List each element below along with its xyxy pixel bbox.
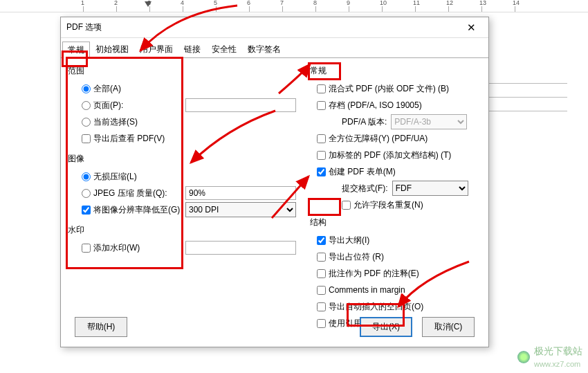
reduce-resolution-option[interactable]: 将图像分辨率降低至(G) [82, 204, 180, 216]
help-button[interactable]: 帮助(H) [75, 317, 127, 337]
ruler-tick-5: 5 [214, 0, 217, 6]
ruler-tick-14: 14 [513, 0, 520, 6]
lossless-label: 无损压缩(L) [93, 171, 137, 183]
ruler-tick-11: 11 [413, 0, 420, 6]
range-pages-option[interactable]: 页面(P): [82, 100, 123, 111]
create-forms-label: 创建 PDF 表单(M) [329, 166, 396, 178]
site-watermark: 极光下载站 www.xz7.com [517, 345, 582, 369]
annotations-as-comments-option[interactable]: 批注作为 PDF 的注释(E) [317, 268, 419, 280]
lossless-option[interactable]: 无损压缩(L) [82, 171, 137, 183]
range-pages-radio[interactable] [82, 101, 91, 110]
general-group-title: 常规 [310, 65, 481, 77]
export-placeholders-checkbox[interactable] [317, 253, 326, 262]
tabs: 常规 初始视图 用户界面 链接 安全性 数字签名 [61, 41, 488, 58]
export-placeholders-option[interactable]: 导出占位符 (R) [317, 251, 384, 263]
ruler-tick-12: 12 [446, 0, 453, 6]
tab-general[interactable]: 常规 [62, 42, 90, 58]
jpeg-option[interactable]: JPEG 压缩 质量(Q): [82, 188, 167, 199]
pdfa-version-label: PDF/A 版本: [342, 116, 387, 128]
ruler-tick-10: 10 [380, 0, 387, 6]
annotations-as-comments-label: 批注作为 PDF 的注释(E) [329, 268, 419, 280]
watermark-url: www.xz7.com [534, 360, 580, 368]
archive-pdfa-option[interactable]: 存档 (PDF/A, ISO 19005) [317, 100, 422, 111]
duplicate-field-names-option[interactable]: 允许字段名重复(N) [342, 199, 423, 211]
range-group-title: 范围 [68, 65, 296, 77]
pdf-options-dialog: PDF 选项 ✕ 常规 初始视图 用户界面 链接 安全性 数字签名 范围 全部(… [60, 17, 489, 347]
tab-user-interface[interactable]: 用户界面 [134, 41, 178, 57]
range-selection-option[interactable]: 当前选择(S) [82, 116, 138, 128]
document-lines [477, 83, 567, 125]
pdfua-checkbox[interactable] [317, 134, 326, 143]
range-all-radio[interactable] [82, 84, 91, 93]
tab-links[interactable]: 链接 [178, 41, 206, 57]
right-column: 常规 混合式 PDF (内嵌 ODF 文件) (B) 存档 (PDF/A, IS… [296, 62, 481, 332]
tab-security[interactable]: 安全性 [206, 41, 242, 57]
view-after-export-checkbox[interactable] [82, 134, 91, 143]
hybrid-pdf-checkbox[interactable] [317, 84, 326, 93]
watermark-group-title: 水印 [68, 224, 296, 236]
ruler-tick-9: 9 [347, 0, 350, 6]
ruler-tick-2: 2 [114, 0, 118, 6]
tab-digital-signatures[interactable]: 数字签名 [242, 41, 286, 57]
export-outline-option[interactable]: 导出大纲(I) [317, 235, 369, 246]
jpeg-label: JPEG 压缩 质量(Q): [93, 188, 167, 199]
reduce-resolution-label: 将图像分辨率降低至(G) [93, 204, 180, 216]
jpeg-radio[interactable] [82, 189, 91, 198]
export-blank-pages-label: 导出自动插入的空白页(O) [329, 301, 423, 313]
left-column: 范围 全部(A) 页面(P): 当前选择(S) [68, 62, 296, 332]
view-after-export-label: 导出后查看 PDF(V) [93, 133, 165, 145]
hybrid-pdf-label: 混合式 PDF (内嵌 ODF 文件) (B) [329, 83, 449, 95]
pdfua-label: 全方位无障碍(Y) (PDF/UA) [329, 133, 428, 145]
image-group-title: 图像 [68, 153, 296, 165]
close-button[interactable]: ✕ [459, 21, 483, 34]
watermark-text-input[interactable] [185, 241, 296, 255]
comments-in-margin-label: Comments in margin [329, 285, 405, 295]
structure-group-title: 结构 [310, 217, 481, 228]
add-watermark-option[interactable]: 添加水印(W) [82, 242, 140, 254]
export-button[interactable]: 导出(X) [360, 317, 412, 337]
pdfua-option[interactable]: 全方位无障碍(Y) (PDF/UA) [317, 133, 428, 145]
range-pages-input[interactable] [185, 98, 296, 112]
range-all-label: 全部(A) [93, 83, 121, 95]
cancel-button[interactable]: 取消(C) [422, 317, 475, 337]
ruler: 1 2 3 4 5 6 7 8 9 10 11 12 13 14 [0, 0, 588, 12]
archive-pdfa-checkbox[interactable] [317, 101, 326, 110]
add-watermark-label: 添加水印(W) [93, 242, 140, 254]
pdfa-version-select[interactable]: PDF/A-3b [391, 114, 467, 129]
create-forms-checkbox[interactable] [317, 167, 326, 176]
ruler-tick-7: 7 [280, 0, 284, 6]
submit-format-select[interactable]: FDF [392, 181, 468, 196]
archive-pdfa-label: 存档 (PDF/A, ISO 19005) [329, 100, 422, 111]
create-forms-option[interactable]: 创建 PDF 表单(M) [317, 166, 396, 178]
duplicate-field-names-checkbox[interactable] [342, 201, 351, 210]
tab-initial-view[interactable]: 初始视图 [90, 41, 134, 57]
export-outline-checkbox[interactable] [317, 236, 326, 245]
comments-in-margin-option[interactable]: Comments in margin [317, 285, 405, 295]
export-blank-pages-checkbox[interactable] [317, 302, 326, 311]
jpeg-quality-input[interactable] [185, 186, 296, 200]
ruler-tick-4: 4 [181, 0, 184, 6]
duplicate-field-names-label: 允许字段名重复(N) [353, 199, 423, 211]
tagged-pdf-checkbox[interactable] [317, 151, 326, 160]
range-selection-radio[interactable] [82, 118, 91, 127]
range-all-option[interactable]: 全部(A) [82, 83, 121, 95]
view-after-export-option[interactable]: 导出后查看 PDF(V) [82, 133, 165, 145]
reduce-resolution-checkbox[interactable] [82, 206, 91, 215]
ruler-tick-6: 6 [247, 0, 250, 6]
ruler-tick-8: 8 [313, 0, 317, 6]
comments-in-margin-checkbox[interactable] [317, 286, 326, 295]
submit-format-label: 提交格式(F): [342, 183, 388, 194]
ruler-tick-13: 13 [479, 0, 486, 6]
range-pages-label: 页面(P): [93, 100, 123, 111]
export-blank-pages-option[interactable]: 导出自动插入的空白页(O) [317, 301, 423, 313]
tagged-pdf-label: 加标签的 PDF (添加文档结构) (T) [329, 149, 451, 161]
reduce-resolution-select[interactable]: 300 DPI [185, 202, 296, 217]
add-watermark-checkbox[interactable] [82, 244, 91, 253]
ruler-tab-icon [145, 1, 151, 7]
watermark-logo-icon [517, 351, 530, 363]
button-row: 帮助(H) 导出(X) 取消(C) [61, 317, 488, 337]
hybrid-pdf-option[interactable]: 混合式 PDF (内嵌 ODF 文件) (B) [317, 83, 449, 95]
tagged-pdf-option[interactable]: 加标签的 PDF (添加文档结构) (T) [317, 149, 451, 161]
lossless-radio[interactable] [82, 172, 91, 181]
annotations-as-comments-checkbox[interactable] [317, 269, 326, 278]
